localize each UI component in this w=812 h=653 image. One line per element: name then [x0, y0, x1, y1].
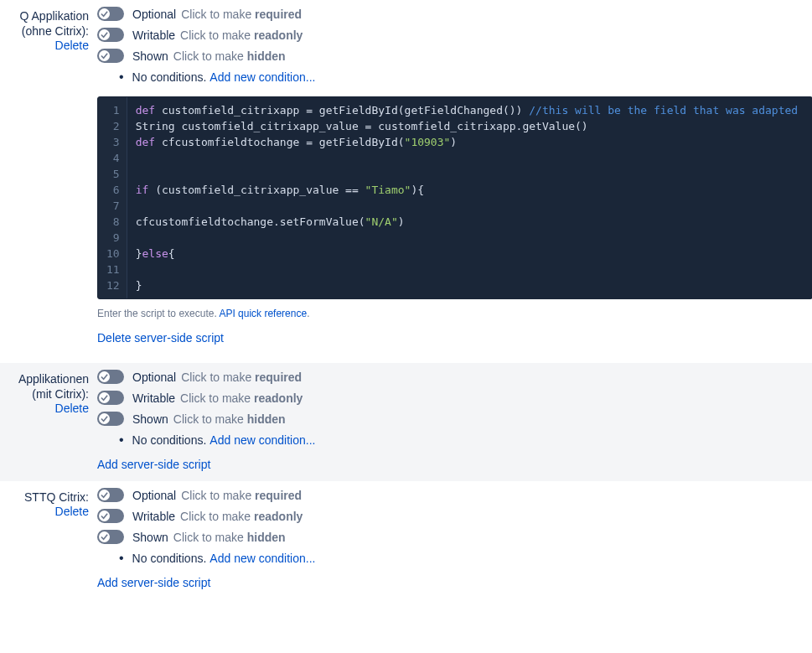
toggle-writable-label: Writable — [132, 391, 175, 405]
delete-field-link[interactable]: Delete — [55, 505, 89, 518]
toggle-row-writable: Writable Click to make readonly — [97, 28, 812, 42]
field-block-mit-citrix: Applikationen (mit Citrix): Delete Optio… — [0, 363, 812, 481]
toggle-optional-hint: Click to make required — [181, 489, 302, 502]
check-icon — [99, 8, 110, 19]
check-icon — [99, 531, 110, 542]
field-right-col: Optional Click to make required Writable… — [94, 481, 812, 593]
toggle-row-optional: Optional Click to make required — [97, 7, 812, 21]
toggle-shown-label: Shown — [132, 412, 168, 426]
toggle-row-writable: Writable Click to make readonly — [97, 391, 804, 405]
check-icon — [99, 50, 110, 61]
toggle-shown-label: Shown — [132, 49, 168, 63]
code-content[interactable]: def customfield_citrixapp = getFieldById… — [127, 97, 812, 298]
check-icon — [99, 29, 110, 40]
check-icon — [99, 371, 110, 382]
field-title: STTQ Citrix: — [0, 490, 89, 505]
conditions-bullet: No conditions. Add new condition... — [119, 551, 804, 566]
toggle-row-shown: Shown Click to make hidden — [97, 49, 812, 63]
script-hint: Enter the script to execute. API quick r… — [97, 308, 812, 319]
code-editor[interactable]: 123456789101112 def customfield_citrixap… — [97, 96, 812, 299]
field-label-col: Applikationen (mit Citrix): Delete — [0, 363, 94, 415]
field-block-sttq-citrix: STTQ Citrix: Delete Optional Click to ma… — [0, 481, 812, 599]
add-server-side-script-link[interactable]: Add server-side script — [97, 576, 210, 589]
toggle-writable-hint: Click to make readonly — [180, 29, 303, 42]
field-block-ohne-citrix: Q Applikation (ohne Citrix): Delete Opti… — [0, 0, 812, 363]
check-icon — [99, 413, 110, 424]
field-right-col: Optional Click to make required Writable… — [94, 0, 812, 356]
toggle-shown[interactable] — [97, 530, 124, 544]
field-label-col: STTQ Citrix: Delete — [0, 481, 94, 518]
toggle-shown-hint: Click to make hidden — [173, 412, 286, 426]
toggle-row-shown: Shown Click to make hidden — [97, 530, 804, 544]
field-title: Q Applikation (ohne Citrix): — [0, 8, 89, 39]
toggle-row-optional: Optional Click to make required — [97, 488, 804, 502]
add-condition-link[interactable]: Add new condition... — [209, 552, 315, 565]
line-number-gutter: 123456789101112 — [98, 97, 127, 298]
field-right-col: Optional Click to make required Writable… — [94, 363, 812, 474]
conditions-bullet: No conditions. Add new condition... — [119, 70, 812, 85]
toggle-optional[interactable] — [97, 7, 124, 21]
delete-server-side-script-link[interactable]: Delete server-side script — [97, 331, 224, 345]
toggle-optional-label: Optional — [132, 8, 176, 21]
toggle-writable-label: Writable — [132, 29, 175, 42]
field-title: Applikationen (mit Citrix): — [0, 371, 89, 402]
toggle-optional-label: Optional — [132, 489, 176, 502]
check-icon — [99, 510, 110, 521]
toggle-shown-hint: Click to make hidden — [173, 49, 286, 63]
no-conditions-text: No conditions. — [132, 552, 207, 565]
no-conditions-text: No conditions. — [132, 433, 207, 447]
toggle-optional-hint: Click to make required — [181, 8, 302, 21]
add-server-side-script-link[interactable]: Add server-side script — [97, 458, 210, 471]
field-label-col: Q Applikation (ohne Citrix): Delete — [0, 0, 94, 52]
toggle-writable-label: Writable — [132, 510, 175, 523]
toggle-writable-hint: Click to make readonly — [180, 391, 303, 405]
toggle-writable[interactable] — [97, 509, 124, 523]
add-condition-link[interactable]: Add new condition... — [209, 433, 315, 447]
api-quick-reference-link[interactable]: API quick reference — [219, 308, 307, 319]
toggle-row-shown: Shown Click to make hidden — [97, 412, 804, 426]
toggle-shown[interactable] — [97, 412, 124, 426]
add-condition-link[interactable]: Add new condition... — [209, 70, 315, 84]
conditions-bullet: No conditions. Add new condition... — [119, 433, 804, 448]
delete-field-link[interactable]: Delete — [55, 402, 89, 415]
toggle-writable[interactable] — [97, 391, 124, 405]
toggle-shown[interactable] — [97, 49, 124, 63]
toggle-optional-label: Optional — [132, 371, 176, 384]
toggle-shown-hint: Click to make hidden — [173, 531, 286, 544]
toggle-writable-hint: Click to make readonly — [180, 510, 303, 523]
toggle-row-optional: Optional Click to make required — [97, 370, 804, 384]
toggle-optional-hint: Click to make required — [181, 371, 302, 384]
delete-field-link[interactable]: Delete — [55, 39, 89, 52]
toggle-row-writable: Writable Click to make readonly — [97, 509, 804, 523]
check-icon — [99, 490, 110, 500]
toggle-optional[interactable] — [97, 488, 124, 502]
check-icon — [99, 392, 110, 403]
toggle-shown-label: Shown — [132, 531, 168, 544]
code-body: 123456789101112 def customfield_citrixap… — [98, 97, 812, 298]
toggle-optional[interactable] — [97, 370, 124, 384]
toggle-writable[interactable] — [97, 28, 124, 42]
no-conditions-text: No conditions. — [132, 70, 207, 84]
